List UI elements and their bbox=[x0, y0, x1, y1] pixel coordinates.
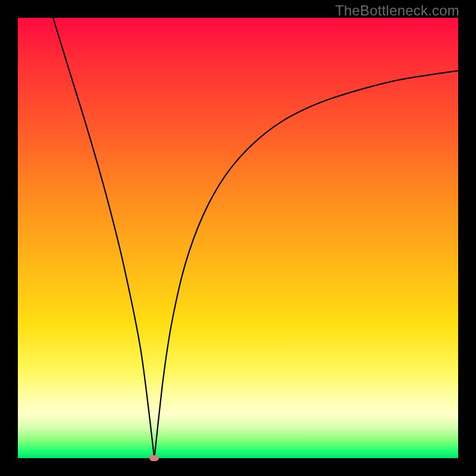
curve-minimum-marker bbox=[149, 455, 159, 461]
watermark-text: TheBottleneck.com bbox=[335, 2, 459, 19]
curve-right-branch bbox=[154, 71, 458, 458]
bottleneck-curve bbox=[18, 18, 458, 458]
chart-frame: TheBottleneck.com bbox=[0, 0, 476, 476]
curve-left-branch bbox=[53, 18, 154, 458]
plot-area bbox=[18, 18, 458, 458]
